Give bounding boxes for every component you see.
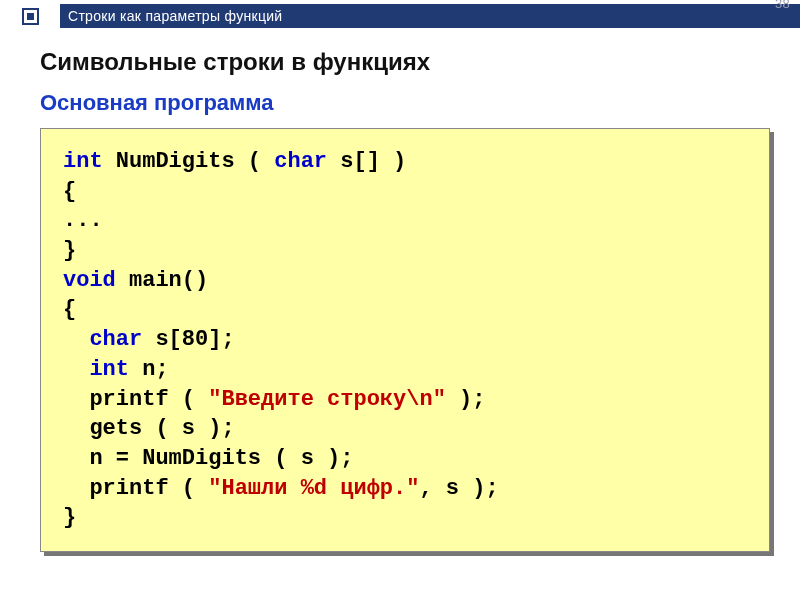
code-text: ); [446,387,486,412]
square-icon [22,8,39,25]
header-bar: Строки как параметры функций 38 [0,0,800,32]
breadcrumb-text: Строки как параметры функций [68,8,282,24]
keyword-char: char [89,327,142,352]
content-area: Символьные строки в функциях Основная пр… [0,32,800,572]
string-literal: "Нашли %d цифр." [208,476,419,501]
code-text: n = NumDigits ( s ); [63,446,353,471]
code-text: { [63,179,76,204]
string-literal: "Введите строку\n" [208,387,446,412]
keyword-int: int [63,149,103,174]
code-text: , s ); [419,476,498,501]
page-number: 38 [775,0,790,16]
keyword-int: int [89,357,129,382]
code-text: gets ( s ); [63,416,235,441]
square-fill-icon [27,13,34,20]
slide: Строки как параметры функций 38 Символьн… [0,0,800,600]
code-text: } [63,238,76,263]
breadcrumb: Строки как параметры функций 38 [60,4,800,28]
bullet-icon [0,0,60,32]
code-text: s[80]; [142,327,234,352]
code-text: } [63,505,76,530]
code-block: int NumDigits ( char s[] ) { ... } void … [40,128,770,552]
code-text: printf ( [63,476,208,501]
subtitle: Основная программа [40,90,770,116]
page-title: Символьные строки в функциях [40,48,770,76]
code-text: n; [129,357,169,382]
code-text: s[] ) [327,149,406,174]
code-text: ... [63,208,103,233]
code-text: NumDigits ( [103,149,275,174]
code-text: { [63,297,76,322]
keyword-void: void [63,268,116,293]
code-text: main() [116,268,208,293]
keyword-char: char [274,149,327,174]
code-text: printf ( [63,387,208,412]
